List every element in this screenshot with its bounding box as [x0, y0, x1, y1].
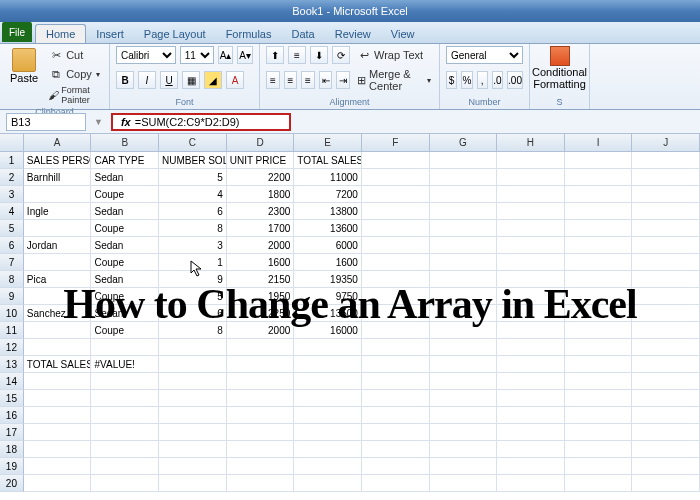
- font-name-select[interactable]: Calibri: [116, 46, 176, 64]
- cell[interactable]: 6000: [294, 237, 362, 254]
- cell[interactable]: [362, 271, 430, 288]
- col-header[interactable]: A: [24, 134, 92, 151]
- cell[interactable]: [362, 169, 430, 186]
- col-header[interactable]: F: [362, 134, 430, 151]
- row-header[interactable]: 7: [0, 254, 24, 271]
- wrap-text-button[interactable]: ↩Wrap Text: [354, 46, 425, 64]
- cell[interactable]: [497, 322, 565, 339]
- align-right-button[interactable]: ≡: [301, 71, 315, 89]
- fx-icon[interactable]: fx: [117, 116, 135, 128]
- cell[interactable]: 19350: [294, 271, 362, 288]
- cell[interactable]: [565, 203, 633, 220]
- cell[interactable]: [632, 305, 700, 322]
- cell[interactable]: Coupe: [91, 288, 159, 305]
- cell[interactable]: [632, 254, 700, 271]
- underline-button[interactable]: U: [160, 71, 178, 89]
- cell[interactable]: [632, 186, 700, 203]
- row-header[interactable]: 1: [0, 152, 24, 169]
- tab-formulas[interactable]: Formulas: [216, 25, 282, 43]
- cell[interactable]: [497, 203, 565, 220]
- cell[interactable]: [294, 424, 362, 441]
- col-header[interactable]: E: [294, 134, 362, 151]
- row-header[interactable]: 17: [0, 424, 24, 441]
- cell[interactable]: 5: [159, 169, 227, 186]
- cell[interactable]: [565, 186, 633, 203]
- increase-decimal-button[interactable]: .0: [492, 71, 503, 89]
- cell[interactable]: [227, 339, 295, 356]
- cell[interactable]: [430, 169, 498, 186]
- cell[interactable]: [362, 373, 430, 390]
- cell[interactable]: [497, 169, 565, 186]
- cell[interactable]: [565, 339, 633, 356]
- cell[interactable]: [24, 407, 92, 424]
- cell[interactable]: [430, 152, 498, 169]
- cell[interactable]: [565, 458, 633, 475]
- cell[interactable]: [632, 322, 700, 339]
- cell[interactable]: 6: [159, 305, 227, 322]
- cell[interactable]: Sedan: [91, 237, 159, 254]
- cell[interactable]: [91, 458, 159, 475]
- cell[interactable]: [294, 441, 362, 458]
- cell[interactable]: SALES PERSON: [24, 152, 92, 169]
- align-middle-button[interactable]: ≡: [288, 46, 306, 64]
- cell[interactable]: [565, 305, 633, 322]
- cell[interactable]: [497, 220, 565, 237]
- cell[interactable]: [430, 458, 498, 475]
- row-header[interactable]: 12: [0, 339, 24, 356]
- cell[interactable]: [497, 441, 565, 458]
- cell[interactable]: 13600: [294, 220, 362, 237]
- cell[interactable]: [362, 186, 430, 203]
- cell[interactable]: [227, 441, 295, 458]
- cell[interactable]: [497, 373, 565, 390]
- align-top-button[interactable]: ⬆: [266, 46, 284, 64]
- orientation-button[interactable]: ⟳: [332, 46, 350, 64]
- col-header[interactable]: I: [565, 134, 633, 151]
- cell[interactable]: Sedan: [91, 169, 159, 186]
- cell[interactable]: [24, 339, 92, 356]
- cell[interactable]: [632, 288, 700, 305]
- cell[interactable]: 5: [159, 288, 227, 305]
- cell[interactable]: [497, 254, 565, 271]
- cell[interactable]: [294, 407, 362, 424]
- col-header[interactable]: G: [430, 134, 498, 151]
- border-button[interactable]: ▦: [182, 71, 200, 89]
- cell[interactable]: [362, 424, 430, 441]
- cell[interactable]: [159, 356, 227, 373]
- cell[interactable]: [632, 458, 700, 475]
- formula-input[interactable]: [135, 116, 285, 128]
- cell[interactable]: [565, 356, 633, 373]
- cell[interactable]: [430, 271, 498, 288]
- cell[interactable]: TOTAL SALES: [294, 152, 362, 169]
- tab-insert[interactable]: Insert: [86, 25, 134, 43]
- cell[interactable]: [24, 254, 92, 271]
- cell[interactable]: [362, 237, 430, 254]
- cell[interactable]: Coupe: [91, 220, 159, 237]
- increase-font-button[interactable]: A▴: [218, 46, 234, 64]
- conditional-formatting-button[interactable]: Conditional Formatting: [536, 46, 583, 90]
- row-header[interactable]: 8: [0, 271, 24, 288]
- cut-button[interactable]: ✂Cut: [46, 46, 103, 64]
- worksheet-grid[interactable]: A B C D E F G H I J 1SALES PERSONCAR TYP…: [0, 134, 700, 492]
- row-header[interactable]: 14: [0, 373, 24, 390]
- cell[interactable]: [430, 475, 498, 492]
- percent-button[interactable]: %: [461, 71, 472, 89]
- cell[interactable]: 2000: [227, 322, 295, 339]
- cell[interactable]: [430, 407, 498, 424]
- paste-button[interactable]: Paste: [6, 46, 42, 86]
- cell[interactable]: [497, 152, 565, 169]
- cell[interactable]: [430, 203, 498, 220]
- tab-home[interactable]: Home: [35, 24, 86, 43]
- merge-center-button[interactable]: ⊞Merge & Center: [354, 67, 433, 93]
- cell[interactable]: Barnhill: [24, 169, 92, 186]
- cell[interactable]: NUMBER SOLD: [159, 152, 227, 169]
- cell[interactable]: [632, 237, 700, 254]
- cell[interactable]: 11000: [294, 169, 362, 186]
- cell[interactable]: 9750: [294, 288, 362, 305]
- cell[interactable]: [159, 424, 227, 441]
- italic-button[interactable]: I: [138, 71, 156, 89]
- row-header[interactable]: 5: [0, 220, 24, 237]
- cell[interactable]: [159, 475, 227, 492]
- cell[interactable]: [430, 288, 498, 305]
- cell[interactable]: [565, 237, 633, 254]
- cell[interactable]: 2250: [227, 305, 295, 322]
